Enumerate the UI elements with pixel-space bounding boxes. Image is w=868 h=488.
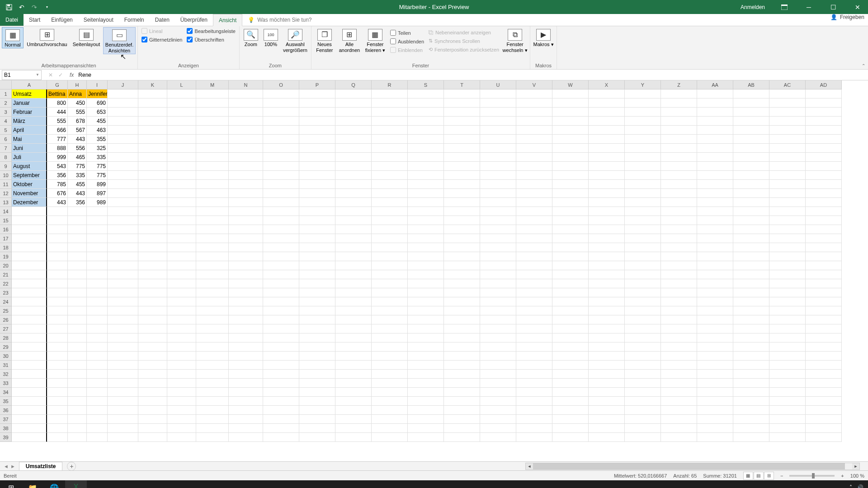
cell[interactable]	[444, 108, 480, 117]
cell[interactable]	[335, 180, 372, 189]
cell[interactable]	[372, 270, 408, 279]
cell[interactable]	[408, 162, 444, 171]
cell[interactable]	[167, 117, 196, 126]
cell[interactable]	[480, 89, 516, 99]
cell[interactable]: 555	[68, 108, 87, 117]
cell[interactable]	[444, 180, 480, 189]
cell[interactable]	[372, 180, 408, 189]
cell[interactable]: 463	[87, 126, 108, 135]
cell[interactable]	[552, 343, 589, 352]
cell[interactable]	[697, 361, 733, 370]
cell[interactable]	[68, 397, 87, 406]
column-header[interactable]: L	[167, 80, 196, 89]
row-header[interactable]: 29	[0, 343, 12, 352]
cell[interactable]	[806, 234, 842, 243]
cell[interactable]	[335, 189, 372, 198]
row-header[interactable]: 35	[0, 397, 12, 406]
cell[interactable]	[87, 252, 108, 261]
cell[interactable]	[12, 243, 47, 252]
cell[interactable]	[335, 433, 372, 442]
cell[interactable]	[589, 397, 625, 406]
cell[interactable]: 678	[68, 117, 87, 126]
column-header[interactable]: S	[408, 80, 444, 89]
cell[interactable]	[229, 216, 263, 225]
cell[interactable]	[138, 108, 167, 117]
cell[interactable]: Januar	[12, 99, 47, 108]
cell[interactable]	[196, 306, 229, 315]
cell[interactable]	[87, 388, 108, 397]
cell[interactable]	[625, 108, 661, 117]
cell[interactable]	[444, 261, 480, 270]
cell[interactable]	[480, 379, 516, 388]
cell[interactable]	[480, 216, 516, 225]
cell[interactable]	[769, 270, 806, 279]
cell[interactable]: 335	[68, 171, 87, 180]
cell[interactable]: 355	[87, 135, 108, 144]
cell[interactable]	[372, 108, 408, 117]
cell[interactable]	[769, 89, 806, 99]
cell[interactable]	[552, 306, 589, 315]
cell[interactable]	[263, 352, 299, 361]
row-header[interactable]: 14	[0, 207, 12, 216]
cell[interactable]: 666	[47, 126, 68, 135]
cell[interactable]	[108, 424, 138, 433]
cell[interactable]	[806, 198, 842, 207]
cell[interactable]	[444, 89, 480, 99]
cell[interactable]	[444, 171, 480, 180]
cell[interactable]	[625, 162, 661, 171]
cell[interactable]	[769, 99, 806, 108]
save-button[interactable]	[4, 2, 14, 13]
cell[interactable]	[263, 234, 299, 243]
cell[interactable]	[589, 243, 625, 252]
row-header[interactable]: 20	[0, 261, 12, 270]
row-header[interactable]: 2	[0, 99, 12, 108]
cell[interactable]	[806, 207, 842, 216]
cell[interactable]	[108, 297, 138, 306]
cell[interactable]	[697, 117, 733, 126]
cell[interactable]	[299, 144, 335, 153]
cell[interactable]	[229, 243, 263, 252]
cell[interactable]	[196, 216, 229, 225]
cell[interactable]	[589, 324, 625, 333]
cell[interactable]: September	[12, 171, 47, 180]
tell-me-search[interactable]: 💡Was möchten Sie tun?	[242, 14, 311, 26]
cell[interactable]	[47, 379, 68, 388]
cell[interactable]	[625, 324, 661, 333]
cell[interactable]	[733, 406, 769, 415]
cell[interactable]	[625, 333, 661, 343]
cell[interactable]	[108, 406, 138, 415]
normal-view-statusbutton[interactable]: ▦	[743, 472, 753, 480]
cell[interactable]	[263, 252, 299, 261]
cell[interactable]	[444, 406, 480, 415]
cell[interactable]	[697, 397, 733, 406]
cell[interactable]	[769, 189, 806, 198]
cell[interactable]	[138, 89, 167, 99]
cell[interactable]	[263, 324, 299, 333]
cell[interactable]	[769, 153, 806, 162]
cell[interactable]	[480, 433, 516, 442]
cell[interactable]	[108, 126, 138, 135]
cell[interactable]	[229, 288, 263, 297]
cell[interactable]	[47, 406, 68, 415]
cell[interactable]	[733, 352, 769, 361]
cell[interactable]	[697, 324, 733, 333]
cell[interactable]	[47, 361, 68, 370]
cell[interactable]	[733, 279, 769, 288]
cell[interactable]	[589, 108, 625, 117]
cell[interactable]	[661, 252, 697, 261]
cell[interactable]	[769, 424, 806, 433]
tab-start[interactable]: Start	[24, 14, 46, 26]
cell[interactable]	[516, 324, 552, 333]
cell[interactable]	[480, 279, 516, 288]
cell[interactable]	[625, 126, 661, 135]
cell[interactable]	[769, 234, 806, 243]
cell[interactable]	[480, 99, 516, 108]
tab-insert[interactable]: Einfügen	[46, 14, 78, 26]
cell[interactable]	[733, 306, 769, 315]
cell[interactable]	[372, 243, 408, 252]
cell[interactable]	[661, 117, 697, 126]
cell[interactable]	[167, 433, 196, 442]
cell[interactable]	[68, 324, 87, 333]
cell[interactable]	[625, 279, 661, 288]
cell[interactable]	[516, 162, 552, 171]
